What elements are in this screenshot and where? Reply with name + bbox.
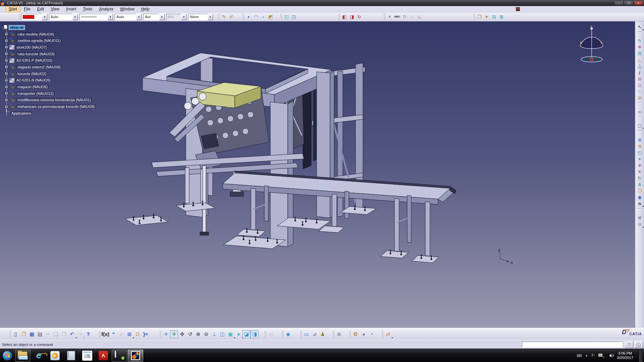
product-tree-2-icon[interactable]: ⊞ — [498, 13, 505, 20]
tree-item-label[interactable]: ruka modela (NAUO4) — [16, 32, 55, 36]
tree-expander[interactable]: + — [5, 45, 8, 49]
named-views-combo-dropdown-button[interactable]: ▼ — [208, 14, 213, 20]
frame-a-icon[interactable]: A — [636, 181, 643, 188]
axis-system-icon[interactable]: ♨ — [416, 13, 423, 20]
color-combo-dropdown-button[interactable]: ▼ — [42, 14, 47, 20]
save-icon[interactable]: ▦ — [28, 330, 36, 338]
named-views-combo[interactable]: None▼ — [188, 14, 213, 20]
tree-expander[interactable]: + — [5, 105, 8, 109]
taskbar-catia[interactable] — [128, 350, 143, 362]
tree-expander[interactable]: + — [5, 78, 8, 82]
refresh-tree-icon[interactable]: ↻ — [636, 175, 643, 181]
new-part-icon[interactable]: ✦ — [636, 156, 643, 162]
toolbar-drag-handle[interactable] — [281, 331, 283, 338]
render-print-icon[interactable]: ⊜ — [335, 330, 343, 338]
tree-expander[interactable]: + — [5, 32, 8, 36]
mechanical-tools-icon[interactable]: ⚒ — [636, 215, 643, 221]
toolbar-drag-handle[interactable] — [349, 331, 351, 338]
part-init-icon[interactable]: ⚙ — [636, 143, 643, 149]
point-symbol-combo-dropdown-button[interactable]: ▼ — [159, 14, 165, 20]
tree-expander[interactable]: + — [5, 98, 8, 102]
exploded-view-icon[interactable]: ◰ — [283, 13, 290, 20]
knowledge-icon[interactable]: ⊘ — [117, 330, 125, 338]
open-icon[interactable]: ❐ — [20, 330, 28, 338]
new-icon[interactable]: ▯ — [12, 330, 20, 338]
tree-item-label[interactable]: A2-5201-N (NAUO9) — [15, 78, 51, 82]
render-style-combo[interactable]: Aut▼ — [166, 14, 186, 20]
render-style-combo-dropdown-button[interactable]: ▼ — [181, 14, 186, 20]
comment-icon[interactable]: ❝ — [109, 330, 117, 338]
maximize-button[interactable]: ❐ — [624, 1, 633, 5]
menu-insert[interactable]: Insert — [63, 6, 79, 12]
auto-dimensions-icon[interactable]: ⇄▾ — [384, 330, 392, 338]
toolbar-drag-handle[interactable] — [280, 13, 282, 20]
environment-3-icon[interactable]: ◔ — [368, 330, 376, 338]
dropdown-caret[interactable]: ▾ — [642, 28, 644, 31]
painter-icon[interactable]: ✎ — [220, 13, 228, 20]
toolbar-drag-handle[interactable] — [18, 13, 20, 20]
zoom-in-icon[interactable]: ⊕ — [194, 330, 202, 338]
help-info-button[interactable]: i — [634, 341, 643, 348]
tree-expander[interactable]: + — [5, 92, 8, 95]
generate-numbering-icon[interactable]: n▾ — [636, 200, 643, 207]
show-desktop-button[interactable] — [639, 349, 643, 362]
snapshot-box-icon[interactable]: ◳ — [290, 13, 298, 20]
menu-file[interactable]: File — [20, 6, 34, 12]
render-mode-icon[interactable]: ●▾ — [234, 330, 243, 338]
menu-window[interactable]: Window — [117, 6, 138, 12]
taskbar-media-player[interactable]: ▶ — [47, 350, 63, 362]
menu-analyze[interactable]: Analyze — [96, 6, 117, 12]
taskbar-remote-desktop[interactable] — [112, 350, 127, 362]
tree-applications-label[interactable]: Applications — [10, 111, 32, 115]
language-indicator[interactable]: SR — [577, 354, 582, 358]
tree-item-label[interactable]: A2-5201-P (NAUO10) — [15, 58, 53, 62]
graph-analysis-icon[interactable]: ◉ — [636, 194, 643, 200]
3d-viewport[interactable]: ⚙⚙sklop ok+⚙⚙ruka modela (NAUO4)+⚙⚙zasti… — [0, 21, 635, 328]
toolbar-drag-handle[interactable] — [264, 331, 266, 338]
sketch-plane-icon[interactable]: ◺ — [636, 57, 643, 63]
sketcher-icon[interactable]: ✎ — [636, 38, 643, 44]
tree-item-label[interactable]: ruka konzole (NAUO3) — [16, 52, 56, 56]
cut-icon[interactable]: ✂ — [44, 330, 52, 338]
new-product-icon[interactable]: ❖ — [636, 162, 643, 169]
toolbar-drag-handle[interactable] — [9, 331, 11, 338]
toolbar-drag-handle[interactable] — [159, 331, 161, 338]
color-combo[interactable]: ▼ — [21, 14, 47, 20]
measure-icon[interactable]: ▭ — [303, 330, 311, 338]
print-icon[interactable]: ▤ — [36, 330, 44, 338]
zoom-out-icon[interactable]: ⊖ — [202, 330, 210, 338]
point-marker-icon[interactable]: ▪ — [245, 13, 252, 20]
point-symbol-combo[interactable]: Aut▼ — [143, 14, 165, 20]
fix-together-icon[interactable]: ⊡ — [636, 82, 643, 88]
redo-icon[interactable]: ↷▾ — [76, 330, 84, 338]
eraser-tool-icon[interactable]: ◩ — [267, 13, 274, 20]
catalog-icon[interactable]: ❒ — [636, 188, 643, 194]
toolbar-drag-handle[interactable] — [242, 13, 244, 20]
pan-icon[interactable]: ✜ — [178, 330, 186, 338]
product-init-icon[interactable]: ⚙ — [636, 137, 643, 143]
tree-expander[interactable]: + — [5, 59, 8, 62]
tree-item-label[interactable]: stork330 (NAUO7) — [15, 45, 48, 49]
menu-view[interactable]: View — [47, 6, 63, 12]
copy-icon[interactable]: ❑ — [52, 330, 60, 338]
update-assembly-icon[interactable]: ↻ — [636, 88, 643, 95]
lock-icon[interactable]: Ω — [133, 330, 142, 338]
tree-expander[interactable]: + — [5, 85, 8, 89]
taskbar-explorer[interactable] — [15, 350, 31, 362]
swoosh-curve-icon[interactable]: ◗ — [260, 13, 267, 20]
start-button[interactable] — [0, 350, 15, 362]
power-input-field[interactable] — [522, 342, 623, 348]
line-type-combo[interactable]: ▼ — [79, 14, 113, 20]
iso-view-icon[interactable]: ▣▾ — [226, 330, 234, 338]
menu-edit[interactable]: Edit — [34, 6, 48, 12]
update-tree-icon[interactable]: ↻ — [356, 13, 363, 20]
taskbar-adobe-reader[interactable]: Λ — [96, 350, 111, 362]
dropdown-caret[interactable]: ▾ — [391, 337, 393, 339]
smart-move-icon[interactable]: ⚙ — [636, 95, 643, 101]
hide-show-icon[interactable]: ◪ — [243, 330, 251, 338]
swap-space-icon[interactable]: ◨ — [251, 330, 259, 338]
component-constraint-1-icon[interactable]: ◧ — [341, 13, 348, 20]
tree-item-label[interactable]: zastitna ograda (NAUO11) — [16, 39, 62, 43]
constraint-box-icon[interactable]: ⊞ — [636, 76, 643, 82]
whats-this-icon[interactable]: ? — [84, 330, 92, 338]
